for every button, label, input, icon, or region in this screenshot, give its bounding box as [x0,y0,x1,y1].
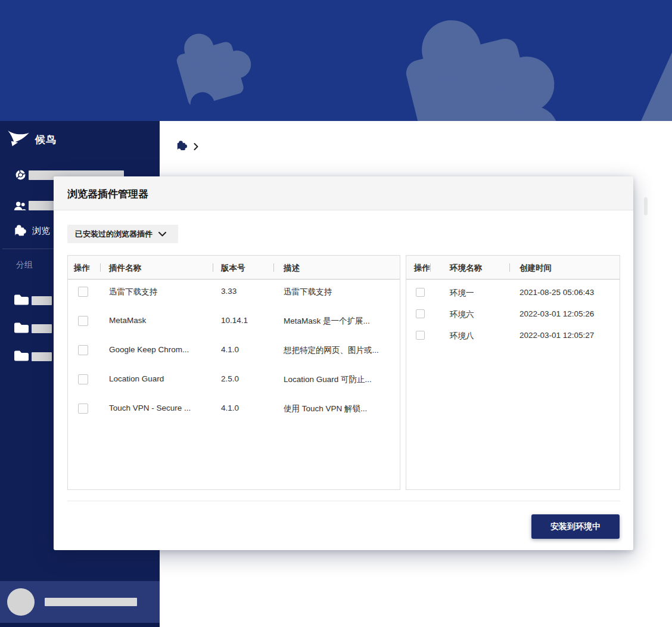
environments-table: 操作 环境名称 创建时间 环境一 2021-08-25 05:06:43 环境六… [406,255,620,490]
environment-created-time: 2021-08-25 05:06:43 [519,288,594,297]
plugin-name: 迅雷下载支持 [109,287,157,297]
plugin-filter-dropdown[interactable]: 已安装过的浏览器插件 [67,225,178,243]
chevron-right-icon [194,143,198,150]
folder-icon [13,349,29,364]
dropdown-value: 已安装过的浏览器插件 [75,229,153,240]
folder-icon [13,321,29,336]
column-separator [430,263,431,272]
environment-row: 环境一 2021-08-25 05:06:43 [406,282,620,303]
plugins-table: 操作 插件名称 版本号 描述 迅雷下载支持 3.33 迅雷下载支持 MetaMa… [67,255,400,490]
environment-created-time: 2022-03-01 12:05:27 [519,331,594,340]
plugin-name: Touch VPN - Secure ... [109,403,191,412]
chevron-down-icon [158,232,166,237]
users-icon [14,201,26,213]
plugin-row-checkbox[interactable] [78,287,88,297]
environment-name: 环境一 [450,288,474,299]
top-banner [0,0,672,121]
environment-row: 环境六 2022-03-01 12:05:26 [406,303,620,325]
group-item-placeholder [32,352,52,361]
sidebar-bottom-strip [0,623,160,627]
environment-row: 环境八 2022-03-01 12:05:27 [406,325,620,346]
plugin-description: 想把特定的网页、图片或... [284,345,379,356]
modal-header: 浏览器插件管理器 [54,176,633,210]
plugin-description: 迅雷下载支持 [284,287,332,297]
plugin-description: Location Guard 可防止... [284,374,372,385]
scrollbar-thumb[interactable] [644,197,648,215]
install-to-environment-button[interactable]: 安装到环境中 [531,514,620,539]
column-separator [509,263,510,272]
plugin-version: 2.5.0 [221,374,239,383]
folder-icon [13,293,29,308]
plugin-description: MetaMask 是一个扩展... [284,316,370,327]
column-header: 插件名称 [109,263,141,274]
group-item-placeholder [32,296,52,305]
environment-row-checkbox[interactable] [416,331,425,340]
environment-name: 环境六 [450,309,474,320]
bird-logo-icon [7,129,30,150]
plugin-row: Touch VPN - Secure ... 4.1.0 使用 Touch VP… [68,402,400,432]
column-separator [213,263,213,272]
puzzle-decoration-icon [0,0,672,121]
environment-row-checkbox[interactable] [416,309,425,318]
plugin-row-checkbox[interactable] [78,345,88,355]
sidebar-item-label: 浏览 [32,225,50,237]
column-header: 创建时间 [519,263,552,274]
plugin-version: 4.1.0 [221,403,239,412]
groups-section-label: 分组 [16,260,33,271]
plugin-row: Google Keep Chrom... 4.1.0 想把特定的网页、图片或..… [68,344,400,373]
environment-row-checkbox[interactable] [416,288,425,297]
column-separator [100,263,101,272]
plugin-name: Location Guard [109,374,164,383]
breadcrumb [175,139,198,154]
plugin-name: MetaMask [109,316,146,325]
puzzle-icon [13,223,27,240]
column-header: 环境名称 [450,263,482,274]
plugin-description: 使用 Touch VPN 解锁... [284,403,367,414]
plugins-table-header: 操作 插件名称 版本号 描述 [68,256,400,280]
app-name: 候鸟 [35,133,57,147]
plugin-row: 迅雷下载支持 3.33 迅雷下载支持 [68,285,400,315]
plugin-name: Google Keep Chrom... [109,345,189,354]
environment-created-time: 2022-03-01 12:05:26 [519,309,594,318]
avatar[interactable] [7,588,35,616]
app-logo[interactable]: 候鸟 [7,129,57,150]
column-header: 操作 [74,263,90,274]
plugin-manager-modal: 浏览器插件管理器 已安装过的浏览器插件 操作 插件名称 版本号 描述 迅雷下载支… [54,176,633,550]
plugin-version: 4.1.0 [221,345,239,354]
column-header: 版本号 [221,263,245,274]
group-item-placeholder [32,324,52,333]
column-header: 描述 [284,263,300,274]
plugin-row-checkbox[interactable] [78,403,88,414]
environment-name: 环境八 [450,331,474,342]
chrome-icon [15,169,26,183]
user-panel[interactable] [0,581,160,623]
puzzle-breadcrumb-icon[interactable] [175,139,188,154]
modal-title: 浏览器插件管理器 [67,187,148,201]
plugin-version: 3.33 [221,287,237,296]
modal-footer-divider [67,501,620,501]
column-separator [273,263,274,272]
username-placeholder [45,598,137,606]
plugin-row-checkbox[interactable] [78,316,88,326]
app-window: 候鸟 [0,0,672,627]
plugin-row: MetaMask 10.14.1 MetaMask 是一个扩展... [68,315,400,344]
plugin-row: Location Guard 2.5.0 Location Guard 可防止.… [68,373,400,402]
plugin-version: 10.14.1 [221,316,248,325]
column-header: 操作 [414,263,430,274]
environments-table-header: 操作 环境名称 创建时间 [406,256,620,280]
plugin-row-checkbox[interactable] [78,374,88,384]
